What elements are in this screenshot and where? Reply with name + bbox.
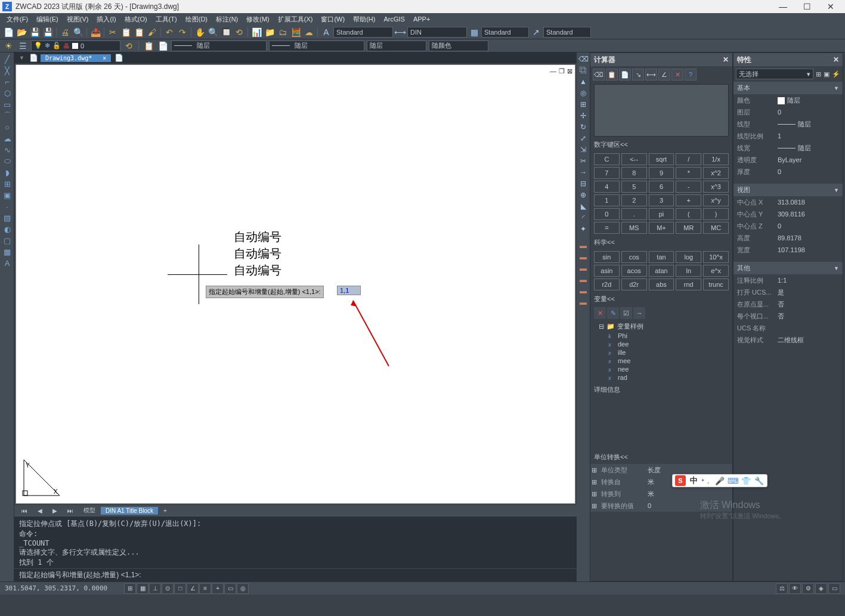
var-rad[interactable]: xrad [594, 373, 729, 382]
dimstyle-icon[interactable]: ⟷ [394, 26, 406, 38]
calc-numpad-header[interactable]: 数字键区<< [590, 138, 732, 151]
copy-mod-icon[interactable]: ⿻ [578, 65, 589, 76]
draworder5-icon[interactable]: ▬ [578, 286, 589, 296]
calc-sci-tan[interactable]: tan [649, 251, 674, 263]
save-icon[interactable]: 💾 [29, 26, 41, 38]
calc-key-pi[interactable]: pi [649, 208, 674, 220]
color-combo[interactable]: 随颜色 [429, 41, 488, 51]
calc-sci-sin[interactable]: sin [594, 251, 620, 263]
prop-row[interactable]: 透明度ByLayer [733, 154, 843, 166]
calc-angle-icon[interactable]: ∠ [658, 69, 670, 81]
prop-row[interactable]: 每个视口...否 [733, 310, 843, 322]
menu-h[interactable]: 帮助(H) [349, 15, 379, 24]
active-doc-tab[interactable]: Drawing3.dwg* × [41, 54, 111, 62]
pickadd-icon[interactable]: ▣ [824, 70, 829, 78]
region-icon[interactable]: ▢ [1, 235, 13, 246]
tablestyle-combo[interactable]: Standard [481, 27, 529, 38]
var-nee[interactable]: xnee [594, 365, 729, 373]
pline-icon[interactable]: ⌐ [1, 76, 13, 87]
mirror-icon[interactable]: ▲ [578, 76, 589, 87]
calc-detail-header[interactable]: 详细信息 [590, 383, 732, 397]
menu-arcgis[interactable]: ArcGIS [379, 16, 408, 23]
calc-key-2[interactable]: 2 [621, 194, 647, 206]
layout-tab-1[interactable]: DIN A1 Title Block [101, 507, 158, 515]
snap-toggle[interactable]: ⊞ [124, 583, 136, 594]
new-icon[interactable]: 📄 [2, 26, 14, 38]
ellipsearc-icon[interactable]: ◗ [1, 167, 13, 178]
calc-key-6[interactable]: 6 [649, 181, 674, 193]
calc-sci-r2d[interactable]: r2d [594, 278, 620, 290]
calc-sci-log[interactable]: log [676, 251, 701, 263]
calc-sci-atan[interactable]: atan [649, 265, 674, 277]
ime-voice-icon[interactable]: 🎤 [714, 475, 725, 486]
match-icon[interactable]: 🖌 [146, 26, 158, 38]
otrack-toggle[interactable]: ∠ [187, 583, 199, 594]
unit-row[interactable]: ⊞转换到米 [590, 488, 732, 500]
prop-row[interactable]: 颜色随层 [733, 94, 843, 106]
layout-nav-prev[interactable]: ◀ [33, 507, 47, 515]
calc-unit-header[interactable]: 单位转换<< [590, 450, 732, 464]
calc-help-icon[interactable]: ? [685, 69, 697, 81]
canvas-close-icon[interactable]: ⊠ [567, 67, 572, 75]
prop-row[interactable]: 线型比例1 [733, 130, 843, 142]
minimize-button[interactable]: — [771, 0, 795, 13]
layout-nav-last[interactable]: ⏭ [63, 507, 78, 515]
textstyle-combo[interactable]: Standard [333, 27, 393, 38]
mtext-icon[interactable]: A [1, 258, 13, 268]
prop-section-视图[interactable]: 视图▼ [733, 184, 843, 196]
draworder4-icon[interactable]: ▬ [578, 274, 589, 285]
designcenter-icon[interactable]: 📁 [264, 26, 276, 38]
calc-key-+[interactable]: + [676, 194, 701, 206]
calc-key-x^y[interactable]: x^y [703, 194, 729, 206]
calc-key-7[interactable]: 7 [594, 167, 620, 179]
rotate-icon[interactable]: ↻ [578, 122, 589, 132]
paste-icon[interactable]: 📋 [133, 26, 145, 38]
prop-row[interactable]: 注释比例1:1 [733, 274, 843, 286]
ime-lang[interactable]: 中 [688, 475, 699, 486]
draworder1-icon[interactable]: ▬ [578, 240, 589, 251]
calc-sci-abs[interactable]: abs [649, 278, 674, 290]
insert-icon[interactable]: ⊞ [1, 178, 13, 189]
prop-row[interactable]: 在原点显...否 [733, 298, 843, 310]
model-toggle[interactable]: ▭ [224, 583, 236, 594]
layer-sun-icon[interactable]: ☀ [2, 40, 14, 52]
maximize-button[interactable]: ☐ [795, 0, 819, 13]
prop-row[interactable]: 中心点 X313.0818 [733, 196, 843, 208]
menu-f[interactable]: 文件(F) [2, 15, 32, 24]
prop-row[interactable]: 线型随层 [733, 118, 843, 130]
offset-icon[interactable]: ◎ [578, 88, 589, 98]
mleaderstyle-icon[interactable]: ↗ [530, 26, 542, 38]
add-layout-tab[interactable]: + [159, 507, 172, 515]
move-icon[interactable]: ✢ [578, 110, 589, 121]
selectobj-icon[interactable]: ⚡ [832, 70, 840, 78]
redo-icon[interactable]: ↷ [177, 26, 188, 38]
calc-key-9[interactable]: 9 [649, 167, 674, 179]
scale-icon[interactable]: ⤢ [578, 133, 589, 144]
gradient-icon[interactable]: ◐ [1, 224, 13, 234]
calc-key-4[interactable]: 4 [594, 181, 620, 193]
arc-icon[interactable]: ⌒ [1, 110, 13, 121]
var-mee[interactable]: xmee [594, 357, 729, 365]
ortho-toggle[interactable]: ⊥ [149, 583, 161, 594]
erase-icon[interactable]: ⌫ [578, 54, 589, 64]
calc-sci-acos[interactable]: acos [621, 265, 647, 277]
menu-t[interactable]: 工具(T) [151, 15, 181, 24]
calc-key-C[interactable]: C [594, 153, 620, 165]
calc-sci-d2r[interactable]: d2r [621, 278, 647, 290]
calc-display[interactable] [594, 84, 729, 137]
calc-key-MR[interactable]: MR [676, 222, 701, 234]
prop-row[interactable]: 中心点 Z0 [733, 220, 843, 232]
menu-v[interactable]: 视图(V) [63, 15, 93, 24]
menu-o[interactable]: 格式(O) [120, 15, 151, 24]
layout-nav-first[interactable]: ⏮ [17, 507, 32, 515]
calc-x-icon[interactable]: ✕ [671, 69, 683, 81]
calc-icon[interactable]: 🧮 [290, 26, 302, 38]
calc-hist-icon[interactable]: 📋 [606, 69, 618, 81]
menu-n[interactable]: 标注(N) [212, 15, 242, 24]
calc-sci-e^x[interactable]: e^x [703, 265, 729, 277]
textstyle-icon[interactable]: A [320, 26, 332, 38]
var-dee[interactable]: xdee [594, 340, 729, 348]
layer-state-icon[interactable]: 📋 [143, 40, 154, 52]
variable-tree[interactable]: ⊟📁变量样例 kPhixdeexillexmeexneexrad [590, 320, 732, 383]
calc-key-0[interactable]: 0 [594, 208, 620, 220]
